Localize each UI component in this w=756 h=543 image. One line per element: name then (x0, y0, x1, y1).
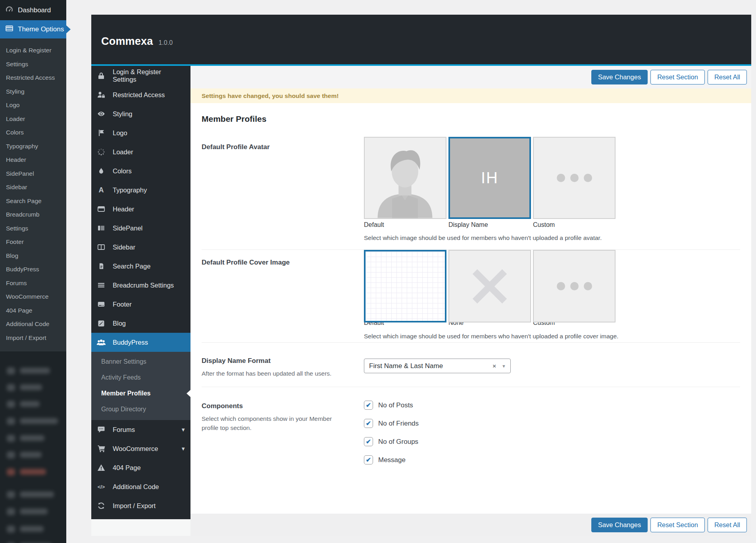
blurred-menu-item[interactable] (7, 526, 15, 533)
nav-item-additional-code[interactable]: </> Additional Code (91, 477, 190, 496)
sidebar-item-breadcrumb-settings[interactable]: Breadcrumb Settings (0, 208, 66, 235)
notice-text: Settings have changed, you should save t… (202, 92, 339, 100)
sidebar-item-footer[interactable]: Footer (0, 235, 66, 249)
sidebar-item-forums[interactable]: Forums (0, 276, 66, 290)
nav-item-colors[interactable]: Colors (91, 161, 190, 180)
sidebar-item-colors[interactable]: Colors (0, 126, 66, 140)
sidebar-item-sidebar[interactable]: Sidebar (0, 180, 66, 194)
checkbox-no-of-groups[interactable]: ✔ No of Groups (364, 437, 740, 446)
checkbox-no-of-posts[interactable]: ✔ No of Posts (364, 401, 740, 410)
subnav-item-group-directory[interactable]: Group Directory (91, 401, 190, 417)
blurred-menu-item[interactable] (7, 384, 15, 391)
sidebar-item-typography[interactable]: Typography (0, 140, 66, 153)
sidebar-item-loader[interactable]: Loader (0, 112, 66, 126)
nav-item-logo[interactable]: Logo (91, 123, 190, 142)
field-subdescription: After the format has been updated all th… (202, 369, 341, 378)
sidebar-item-buddypress[interactable]: BuddyPress (0, 263, 66, 276)
save-changes-button-bottom[interactable]: Save Changes (591, 518, 648, 532)
user-lock-icon (96, 91, 106, 99)
checkbox-message[interactable]: ✔ Message (364, 455, 740, 464)
checkbox-no-of-friends[interactable]: ✔ No of Friends (364, 419, 740, 428)
nav-item-import-export[interactable]: Import / Export (91, 496, 190, 515)
nav-label: Additional Code (113, 483, 159, 491)
nav-item-breadcrumb-settings[interactable]: Breadcrumb Settings (91, 276, 190, 295)
reset-section-button[interactable]: Reset Section (650, 70, 705, 84)
sidebar-item-import-export[interactable]: Import / Export (0, 331, 66, 345)
blurred-menu-item[interactable] (20, 418, 58, 424)
reset-all-button[interactable]: Reset All (708, 70, 747, 84)
nav-item-header[interactable]: Header (91, 200, 190, 219)
nav-item-login-register[interactable]: Login & Register Settings (91, 66, 190, 85)
blurred-menu-item[interactable] (20, 526, 44, 532)
avatar-option-display-name[interactable]: IH Display Name (448, 137, 531, 230)
blurred-menu-item[interactable] (20, 368, 50, 374)
ellipsis-icon (557, 282, 592, 290)
blurred-menu-item[interactable] (20, 491, 54, 497)
blurred-menu-item[interactable] (20, 452, 42, 458)
nav-item-sidepanel[interactable]: SidePanel (91, 219, 190, 238)
sidebar-item-additional-code[interactable]: Additional Code (0, 317, 66, 331)
cover-option-custom[interactable]: Custom (533, 250, 616, 328)
blurred-menu-item[interactable] (7, 418, 15, 425)
bottom-toolbar: Save Changes Reset Section Reset All (190, 514, 751, 536)
blurred-menu-item[interactable] (7, 491, 15, 498)
subnav-item-banner-settings[interactable]: Banner Settings (91, 354, 190, 370)
nav-item-blog[interactable]: Blog (91, 314, 190, 333)
nav-item-buddypress[interactable]: BuddyPress (91, 333, 190, 352)
sidebar-item-styling[interactable]: Styling (0, 85, 66, 99)
reset-section-button-bottom[interactable]: Reset Section (650, 518, 705, 532)
nav-item-styling[interactable]: Styling (91, 104, 190, 123)
nav-item-typography[interactable]: A Typography (91, 180, 190, 200)
nav-label: Footer (113, 301, 132, 308)
sidebar-item-sidepanel[interactable]: SidePanel (0, 167, 66, 181)
chat-icon (96, 426, 106, 434)
display-name-format-select[interactable]: First Name & Last Name × ▼ (364, 359, 511, 373)
sidebar-item-header[interactable]: Header (0, 153, 66, 167)
nav-item-search-page[interactable]: Search Page (91, 257, 190, 276)
nav-item-loader[interactable]: Loader (91, 142, 190, 161)
sidebar-item-theme-options[interactable]: Theme Options (0, 20, 66, 38)
save-changes-button[interactable]: Save Changes (591, 70, 648, 84)
sidebar-item-login-register[interactable]: Login & Register Settings (0, 44, 66, 71)
nav-item-restricted-access[interactable]: Restricted Access (91, 85, 190, 104)
sidebar-item-dashboard[interactable]: Dashboard (0, 0, 66, 20)
avatar-option-label: Custom (533, 221, 616, 230)
blurred-menu-item[interactable] (20, 384, 42, 390)
footer-icon (96, 300, 106, 308)
sidebar-item-blog[interactable]: Blog (0, 249, 66, 263)
blurred-menu-item[interactable] (7, 451, 15, 459)
theme-options-label: Theme Options (18, 25, 64, 33)
sidebar-item-woocommerce[interactable]: WooCommerce (0, 290, 66, 304)
cover-option-none[interactable]: None (448, 250, 531, 328)
blurred-menu-item[interactable] (7, 401, 15, 408)
nav-item-sidebar[interactable]: Sidebar (91, 238, 190, 257)
sidebar-item-restricted-access[interactable]: Restricted Access (0, 71, 66, 85)
nav-item-404-page[interactable]: 404 Page (91, 458, 190, 477)
subnav-item-member-profiles[interactable]: Member Profiles (91, 386, 190, 401)
blurred-menu-item[interactable] (20, 435, 44, 441)
select-caret-icon[interactable]: ▼ (502, 364, 506, 368)
nav-item-forums[interactable]: Forums ▼ (91, 420, 190, 439)
blurred-menu-item[interactable] (7, 367, 15, 374)
nav-label: Sidebar (113, 244, 135, 251)
blurred-menu-item[interactable] (20, 469, 46, 475)
reset-all-button-bottom[interactable]: Reset All (708, 518, 747, 532)
nav-item-footer[interactable]: Footer (91, 295, 190, 314)
sidebar-item-404-page[interactable]: 404 Page (0, 304, 66, 318)
clear-selection-icon[interactable]: × (492, 363, 496, 369)
sidebar-item-search-page[interactable]: Search Page (0, 194, 66, 208)
cover-option-label: Custom (533, 322, 616, 326)
blurred-menu-item[interactable] (20, 508, 48, 514)
sidebar-item-logo[interactable]: Logo (0, 98, 66, 112)
avatar-option-default[interactable]: Default (364, 137, 446, 230)
blurred-menu-item[interactable] (7, 508, 15, 515)
spinner-icon (96, 148, 106, 156)
avatar-option-custom[interactable]: Custom (533, 137, 616, 230)
blurred-menu-item[interactable] (7, 468, 15, 476)
blurred-menu-item[interactable] (7, 435, 15, 442)
nav-item-woocommerce[interactable]: WooCommerce ▼ (91, 439, 190, 458)
cover-option-label: None (448, 322, 531, 326)
subnav-item-activity-feeds[interactable]: Activity Feeds (91, 370, 190, 386)
blurred-menu-item[interactable] (20, 401, 40, 407)
cover-option-default[interactable]: Default (364, 250, 446, 328)
